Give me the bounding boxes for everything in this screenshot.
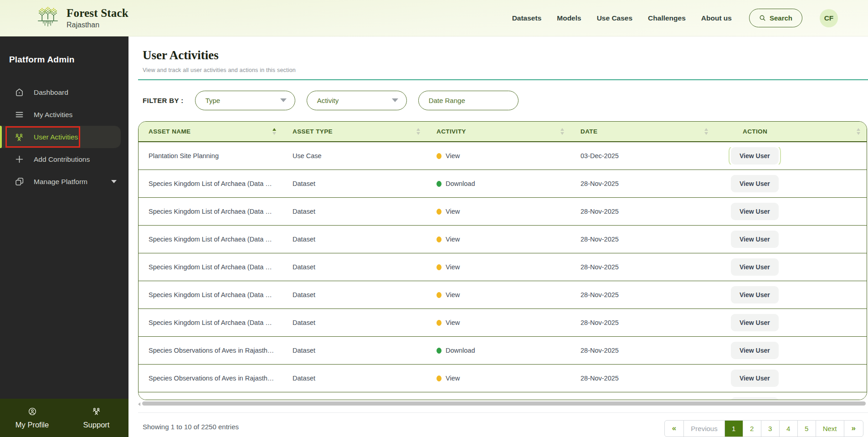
date-cell: 28-Nov-2025: [570, 319, 714, 326]
scrollbar-left-arrow-icon[interactable]: [138, 402, 140, 406]
sidebar-item[interactable]: My Activities: [0, 103, 128, 126]
sidebar-item-label: Add Contributions: [34, 155, 90, 164]
filter-dropdown[interactable]: Activity: [307, 91, 407, 110]
pagination-item[interactable]: 1: [724, 421, 743, 437]
table-row: Species Observations of Aves in Rajasth……: [139, 365, 867, 392]
pagination-item[interactable]: Next: [816, 421, 844, 437]
column-header[interactable]: ASSET NAME: [139, 122, 282, 141]
asset-type-cell: Dataset: [282, 236, 426, 243]
column-header[interactable]: ASSET TYPE: [282, 122, 426, 141]
brand-text: Forest Stack Rajasthan: [67, 7, 128, 29]
pagination-item[interactable]: 3: [761, 421, 779, 437]
sidebar-item[interactable]: Add Contributions: [0, 148, 128, 170]
activity-cell: View: [426, 152, 570, 159]
horizontal-scrollbar[interactable]: [138, 401, 867, 406]
top-header: Forest Stack Rajasthan Datasets Models U…: [0, 0, 868, 36]
view-user-button[interactable]: View User: [731, 258, 779, 276]
asset-name-cell: Species Kingdom List of Archaea (Data …: [139, 180, 282, 187]
search-label: Search: [770, 14, 792, 22]
activity-label: Download: [446, 347, 475, 354]
entries-summary: Showing 1 to 10 of 2250 entries: [138, 423, 239, 431]
sort-arrows-icon[interactable]: [560, 128, 564, 135]
date-cell: 28-Nov-2025: [570, 347, 714, 354]
sort-arrows-icon[interactable]: [416, 128, 420, 135]
column-header[interactable]: ACTIVITY: [426, 122, 570, 141]
table-body: Plantation Site Planning Use Case View 0…: [139, 142, 867, 400]
pagination-item[interactable]: «: [665, 421, 683, 437]
sidebar-item[interactable]: Dashboard: [0, 81, 128, 103]
view-user-button[interactable]: View User: [731, 175, 779, 192]
activity-label: Download: [446, 180, 475, 187]
activity-status-dot: [437, 236, 442, 242]
view-user-button[interactable]: View User: [731, 231, 779, 248]
dropdown-chevron-icon: [280, 98, 287, 102]
asset-name-cell: Species Kingdom List of Archaea (Data …: [139, 291, 282, 298]
filter-dropdown[interactable]: Date Range: [418, 91, 519, 110]
sort-arrows-icon[interactable]: [857, 128, 860, 135]
action-cell: View User: [714, 314, 867, 331]
column-header[interactable]: ACTION: [714, 122, 867, 141]
view-user-button[interactable]: View User: [731, 147, 779, 165]
activity-status-dot: [437, 153, 442, 159]
asset-type-cell: Dataset: [282, 291, 426, 298]
sidebar-item[interactable]: Manage Platform: [0, 170, 128, 193]
sidebar-footer-item[interactable]: Support: [64, 399, 128, 437]
sidebar-footer-item[interactable]: My Profile: [0, 399, 64, 437]
asset-type-cell: Use Case: [282, 152, 426, 159]
nav-item[interactable]: Use Cases: [597, 14, 632, 22]
table-row: Species Kingdom List of Archaea (Data … …: [139, 253, 867, 281]
asset-name-cell: Species Kingdom List of Archaea (Data …: [139, 236, 282, 243]
action-cell: View User: [714, 147, 867, 165]
sort-arrows-icon[interactable]: [272, 128, 276, 135]
activity-status-dot: [437, 209, 442, 215]
sidebar-item-label: Manage Platform: [34, 178, 87, 186]
action-cell: View User: [714, 175, 867, 192]
pagination-item[interactable]: »: [844, 421, 863, 437]
sidebar-item[interactable]: User Activities: [0, 126, 121, 148]
asset-type-cell: Dataset: [282, 375, 426, 382]
action-cell: View User: [714, 258, 867, 276]
pagination: « Previous 1 2 3 4 5 Next »: [664, 420, 863, 437]
activity-cell: View: [426, 291, 570, 298]
sort-arrows-icon[interactable]: [704, 128, 708, 135]
layers-icon: [14, 177, 24, 186]
nav-item[interactable]: Models: [557, 14, 581, 22]
main-content: User Activities View and track all user …: [128, 36, 868, 437]
view-user-button[interactable]: View User: [731, 342, 779, 359]
table-row: Species Kingdom List of Archaea (Data … …: [139, 309, 867, 337]
brand[interactable]: Forest Stack Rajasthan: [35, 5, 128, 31]
activity-label: View: [446, 236, 460, 243]
asset-type-cell: Dataset: [282, 347, 426, 354]
pagination-item[interactable]: 2: [743, 421, 761, 437]
pagination-item[interactable]: 5: [797, 421, 816, 437]
nav-item[interactable]: About us: [701, 14, 732, 22]
scrollbar-thumb[interactable]: [142, 401, 866, 406]
pagination-item[interactable]: Previous: [683, 421, 724, 437]
table-row: Species Observations of Aves in Rajasth……: [139, 337, 867, 365]
sidebar-footer-label: My Profile: [15, 421, 49, 429]
action-cell: View User: [714, 370, 867, 387]
nav-item[interactable]: Challenges: [648, 14, 686, 22]
activity-label: View: [446, 291, 460, 298]
filter-bar: FILTER BY : Type Activity Date Range: [138, 91, 868, 110]
filter-dropdown[interactable]: Type: [195, 91, 295, 110]
page-subtitle: View and track all user activities and a…: [138, 67, 868, 73]
column-header[interactable]: DATE: [570, 122, 714, 141]
action-cell: View User: [714, 397, 867, 400]
view-user-button[interactable]: View User: [731, 286, 779, 303]
view-user-button[interactable]: View User: [731, 370, 779, 387]
app-window: Forest Stack Rajasthan Datasets Models U…: [0, 0, 868, 437]
view-user-button[interactable]: View User: [731, 203, 779, 220]
view-user-button[interactable]: View User: [731, 397, 779, 400]
activity-status-dot: [437, 348, 442, 354]
plus-icon: [14, 154, 24, 164]
pagination-item[interactable]: 4: [779, 421, 797, 437]
nav-item[interactable]: Datasets: [512, 14, 542, 22]
asset-type-cell: Dataset: [282, 319, 426, 326]
asset-type-cell: Dataset: [282, 263, 426, 271]
view-user-button[interactable]: View User: [731, 314, 779, 331]
filter-list: Type Activity Date Range: [195, 91, 519, 110]
table-row: Species Observations of Aves in Rajasth……: [139, 392, 867, 400]
user-avatar[interactable]: CF: [820, 9, 838, 27]
search-button[interactable]: Search: [749, 9, 802, 27]
